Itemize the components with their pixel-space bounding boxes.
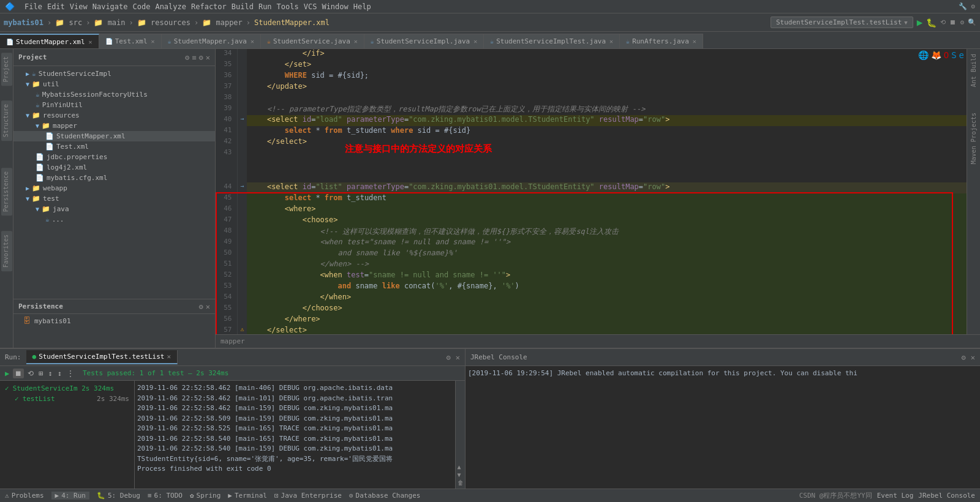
- tab-close[interactable]: ✕: [473, 38, 477, 45]
- status-todo[interactable]: ≡6: TODO: [148, 492, 183, 500]
- menu-item-window[interactable]: Window: [319, 1, 350, 12]
- test-item-suite[interactable]: ✓ StudentServiceIm 2s 324ms: [2, 383, 132, 394]
- tree-item-test-class[interactable]: ☕ ...: [13, 214, 215, 225]
- menu-item-refactor[interactable]: Refactor: [189, 1, 229, 12]
- menu-item-view[interactable]: View: [67, 1, 90, 12]
- run-expand-btn[interactable]: ↕: [56, 368, 63, 379]
- safari-icon[interactable]: S: [951, 50, 956, 60]
- run-settings-btn[interactable]: ⚙: [447, 353, 451, 362]
- sidebar-collapse-btn[interactable]: ≡: [192, 53, 196, 62]
- tree-item-util[interactable]: ▼ 📁 util: [13, 79, 215, 89]
- editor-area: Ant Build Maven Projects 🌐 🦊 O S e: [216, 49, 980, 348]
- tab-close[interactable]: ✕: [89, 39, 92, 45]
- test-item-testlist[interactable]: ✓ testList 2s 324ms: [2, 394, 132, 404]
- tab-runafters-java[interactable]: ☕ RunAfters.java ✕: [620, 34, 703, 48]
- tab-studentserviceimpl-java[interactable]: ☕ StudentServiceImpl.java ✕: [364, 34, 484, 48]
- persistence-settings[interactable]: ⚙: [199, 302, 203, 311]
- run-button[interactable]: ▶: [917, 17, 923, 28]
- tree-item-mybatissessionfactoryutils[interactable]: ☕ MybatisSessionFactoryUtils: [13, 89, 215, 100]
- tree-item-webapp[interactable]: ▶ 📁 webapp: [13, 183, 215, 193]
- tab-close[interactable]: ✕: [609, 38, 613, 45]
- tree-item-test[interactable]: ▼ 📁 test: [13, 193, 215, 204]
- code-line-50: 50 and sname like '%${sname}%': [216, 249, 967, 260]
- menu-item-code[interactable]: Code: [130, 1, 153, 12]
- menu-item-help[interactable]: Help: [351, 1, 374, 12]
- persistence-tools: ⚙ ✕: [199, 302, 210, 311]
- run-config-selector[interactable]: StudentServiceImplTest.testList ▼: [771, 17, 913, 28]
- status-problems[interactable]: ⚠Problems: [5, 492, 44, 500]
- chrome-icon[interactable]: 🌐: [918, 50, 929, 60]
- run-tab-active[interactable]: ● StudentServiceImplTest.testList ✕: [26, 350, 178, 364]
- menu-item-file[interactable]: File: [22, 1, 45, 12]
- menu-item-run[interactable]: Run: [256, 1, 274, 12]
- tree-item-resources[interactable]: ▼ 📁 resources: [13, 110, 215, 121]
- run-sort-btn[interactable]: ↕: [47, 368, 53, 379]
- opera-icon[interactable]: O: [944, 50, 949, 60]
- status-dbchanges[interactable]: ⊙Database Changes: [349, 492, 421, 500]
- project-panel-btn[interactable]: Project: [1, 53, 12, 86]
- tree-item-java[interactable]: ▼ 📁 java: [13, 204, 215, 214]
- tree-item-jdbc-properties[interactable]: 📄 jdbc.properties: [13, 152, 215, 162]
- run-trash-btn[interactable]: 🗑: [458, 479, 464, 486]
- status-javaee[interactable]: ⊡Java Enterprise: [274, 492, 342, 500]
- status-spring[interactable]: ✿Spring: [190, 492, 221, 500]
- log-line-3: 2019-11-06 22:52:58.462 [main-159] DEBUG…: [137, 403, 453, 414]
- scroll-up-btn[interactable]: ▲: [458, 463, 464, 470]
- run-close-btn[interactable]: ✕: [456, 353, 460, 362]
- tree-item-studentmapper-xml[interactable]: 📄 StudentMapper.xml: [13, 131, 215, 141]
- tree-item-pinyinutil[interactable]: ☕ PinYinUtil: [13, 100, 215, 110]
- status-debug[interactable]: 🐛5: Debug: [97, 492, 140, 500]
- sidebar-settings-btn[interactable]: ⚙: [199, 53, 203, 62]
- status-terminal[interactable]: ▶Terminal: [228, 492, 267, 500]
- debug-button[interactable]: 🐛: [926, 18, 937, 28]
- tree-item-log4j2-xml[interactable]: 📄 log4j2.xml: [13, 162, 215, 173]
- scroll-down-btn[interactable]: ▼: [458, 471, 464, 478]
- persistence-item-mybatis01[interactable]: 🗄 mybatis01: [13, 314, 215, 328]
- status-run[interactable]: ▶4: Run: [51, 492, 89, 500]
- run-stop-btn[interactable]: ⏹: [13, 369, 24, 378]
- status-jrebel-console[interactable]: JRebel Console: [918, 492, 975, 500]
- firefox-icon[interactable]: 🦊: [931, 50, 941, 60]
- run-tab-close[interactable]: ✕: [167, 353, 171, 361]
- run-filter-btn[interactable]: ⊞: [37, 368, 44, 379]
- tab-close[interactable]: ✕: [251, 38, 254, 45]
- persistence-panel-btn[interactable]: Persistence: [1, 168, 12, 215]
- status-bar-left: ⚠Problems ▶4: Run 🐛5: Debug ≡6: TODO ✿Sp…: [5, 492, 421, 500]
- tree-item-studentserviceimpl[interactable]: ▶ ☕ StudentServiceImpl: [13, 69, 215, 79]
- jrebel-settings-btn[interactable]: ⚙: [962, 353, 966, 362]
- menu-item-edit[interactable]: Edit: [45, 1, 67, 12]
- ant-panel-btn[interactable]: Ant Build: [969, 51, 978, 89]
- maven-panel-btn[interactable]: Maven Projects: [969, 110, 978, 167]
- structure-panel-btn[interactable]: Structure: [1, 100, 12, 141]
- persistence-close[interactable]: ✕: [206, 302, 210, 311]
- code-line-51: 51 </when> -->: [216, 260, 967, 271]
- sidebar-sync-btn[interactable]: ⚙: [185, 53, 189, 62]
- menu-item-vcs[interactable]: VCS: [301, 1, 320, 12]
- tab-close[interactable]: ✕: [354, 38, 358, 45]
- sidebar-close-btn[interactable]: ✕: [206, 53, 210, 62]
- favorites-panel-btn[interactable]: Favorites: [1, 231, 12, 271]
- jrebel-close-btn[interactable]: ✕: [971, 353, 975, 362]
- status-eventlog[interactable]: Event Log: [877, 492, 914, 500]
- menu-item-analyze[interactable]: Analyze: [153, 1, 189, 12]
- tree-item-test-xml[interactable]: 📄 Test.xml: [13, 141, 215, 152]
- editor-content[interactable]: 34 </if> 35 </set>: [216, 49, 980, 334]
- tab-studentmapper-java[interactable]: ☕ StudentMapper.java ✕: [162, 34, 261, 48]
- menu-item-build[interactable]: Build: [229, 1, 256, 12]
- tab-close[interactable]: ✕: [693, 38, 696, 45]
- code-line-55: 55 </choose>: [216, 304, 967, 315]
- run-more-btn[interactable]: ⋮: [66, 368, 75, 379]
- tab-test-xml[interactable]: 📄 Test.xml ✕: [99, 34, 162, 48]
- tree-item-mybatis-cfg-xml[interactable]: 📄 mybatis.cfg.xml: [13, 173, 215, 183]
- tab-studentserviceimpltest-java[interactable]: ☕ StudentServiceImplTest.java ✕: [484, 34, 620, 48]
- jrebel-title: JRebel Console: [470, 353, 527, 361]
- run-rerun-btn[interactable]: ⟲: [26, 368, 35, 379]
- menu-item-tools[interactable]: Tools: [274, 1, 301, 12]
- tab-close[interactable]: ✕: [151, 38, 155, 45]
- menu-item-navigate[interactable]: Navigate: [90, 1, 130, 12]
- tree-item-mapper-folder[interactable]: ▼ 📁 mapper: [13, 121, 215, 131]
- ie-icon[interactable]: e: [959, 50, 964, 60]
- run-play-btn[interactable]: ▶: [4, 368, 10, 379]
- tab-studentservice-java[interactable]: ☕ StudentService.java ✕: [261, 34, 364, 48]
- tab-studentmapper-xml[interactable]: 📄 StudentMapper.xml ✕: [0, 34, 99, 48]
